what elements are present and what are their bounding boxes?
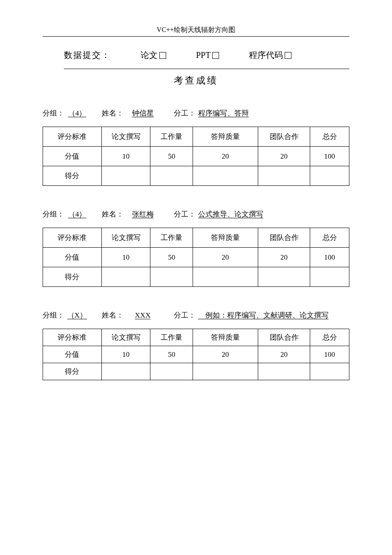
submit-item-ppt: PPT	[196, 50, 219, 60]
name-value: XXX	[124, 311, 162, 321]
max-team-cell: 20	[258, 346, 310, 363]
max-label-cell: 分值	[43, 346, 102, 363]
score-label-cell: 得分	[43, 166, 102, 186]
max-total-cell: 100	[310, 147, 349, 166]
th-paper: 论文撰写	[101, 228, 150, 248]
task-value: 例如：程序编写、文献调研、论文撰写	[196, 310, 349, 321]
table-header-row: 评分标准 论文撰写 工作量 答辩质量 团队合作 总分	[43, 228, 349, 248]
table-max-row: 分值 10 50 20 20 100	[43, 248, 349, 267]
name-label: 姓名：	[102, 310, 124, 320]
task-value: 程序编写、答辩	[196, 108, 298, 119]
header-divider	[43, 36, 349, 37]
max-workload-cell: 50	[150, 346, 193, 363]
score-table: 评分标准 论文撰写 工作量 答辩质量 团队合作 总分 分值 10 50 20 2…	[43, 127, 349, 186]
th-defense: 答辩质量	[193, 228, 258, 248]
max-label-cell: 分值	[43, 248, 102, 267]
th-total: 总分	[310, 329, 349, 346]
th-total: 总分	[310, 127, 349, 147]
score-table: 评分标准 论文撰写 工作量 答辩质量 团队合作 总分 分值 10 50 20 2…	[43, 329, 349, 380]
submit-item-code-text: 程序代码	[249, 49, 283, 61]
th-team: 团队合作	[258, 127, 310, 147]
th-paper: 论文撰写	[101, 329, 150, 346]
table-max-row: 分值 10 50 20 20 100	[43, 147, 349, 166]
score-paper-cell	[101, 166, 150, 186]
max-paper-cell: 10	[101, 248, 150, 267]
name-field: 姓名： 张红梅	[102, 209, 162, 220]
max-defense-cell: 20	[193, 147, 258, 166]
max-team-cell: 20	[258, 147, 310, 166]
name-value: 钟信星	[124, 108, 162, 119]
task-label: 分工：	[174, 310, 196, 320]
score-paper-cell	[101, 267, 150, 287]
group-label: 分组：	[43, 108, 64, 118]
checkbox-icon[interactable]	[212, 52, 219, 59]
score-label-cell: 得分	[43, 267, 102, 287]
group-value: （4）	[64, 108, 90, 119]
table-score-row: 得分	[43, 363, 349, 380]
group-field: 分组： （4）	[43, 108, 90, 119]
name-field: 姓名： 钟信星	[102, 108, 162, 119]
score-table: 评分标准 论文撰写 工作量 答辩质量 团队合作 总分 分值 10 50 20 2…	[43, 228, 349, 287]
submit-divider	[64, 69, 349, 69]
group-value: （X）	[64, 310, 90, 321]
score-workload-cell	[150, 166, 193, 186]
score-defense-cell	[193, 267, 258, 287]
task-field: 分工： 程序编写、答辩	[174, 108, 298, 119]
submit-item-paper-text: 论文	[141, 49, 158, 61]
th-defense: 答辩质量	[193, 127, 258, 147]
th-criteria: 评分标准	[43, 127, 102, 147]
name-label: 姓名：	[102, 209, 124, 219]
th-team: 团队合作	[258, 329, 310, 346]
table-score-row: 得分	[43, 166, 349, 186]
table-max-row: 分值 10 50 20 20 100	[43, 346, 349, 363]
th-defense: 答辩质量	[193, 329, 258, 346]
checkbox-icon[interactable]	[285, 52, 291, 59]
task-label: 分工：	[174, 209, 196, 219]
score-paper-cell	[101, 363, 150, 380]
task-field: 分工： 公式推导、论文撰写	[174, 209, 298, 220]
max-total-cell: 100	[310, 346, 349, 363]
task-label: 分工：	[174, 108, 196, 118]
table-header-row: 评分标准 论文撰写 工作量 答辩质量 团队合作 总分	[43, 329, 349, 346]
score-total-cell	[310, 267, 349, 287]
task-value: 公式推导、论文撰写	[196, 209, 298, 220]
student-info-row: 分组： （X） 姓名： XXX 分工： 例如：程序编写、文献调研、论文撰写	[43, 310, 349, 321]
max-total-cell: 100	[310, 248, 349, 267]
th-criteria: 评分标准	[43, 228, 102, 248]
exam-title: 考查成绩	[43, 74, 349, 87]
task-field: 分工： 例如：程序编写、文献调研、论文撰写	[174, 310, 349, 321]
th-criteria: 评分标准	[43, 329, 102, 346]
student-info-row: 分组： （4） 姓名： 钟信星 分工： 程序编写、答辩	[43, 108, 349, 119]
th-workload: 工作量	[150, 329, 193, 346]
group-field: 分组： （X）	[43, 310, 90, 321]
table-header-row: 评分标准 论文撰写 工作量 答辩质量 团队合作 总分	[43, 127, 349, 147]
group-value: （4）	[64, 209, 90, 220]
th-workload: 工作量	[150, 127, 193, 147]
checkbox-icon[interactable]	[159, 52, 166, 59]
max-label-cell: 分值	[43, 147, 102, 166]
submit-item-ppt-text: PPT	[196, 50, 210, 60]
max-defense-cell: 20	[193, 346, 258, 363]
name-label: 姓名：	[102, 108, 124, 118]
name-value: 张红梅	[124, 209, 162, 220]
group-label: 分组：	[43, 209, 64, 219]
student-info-row: 分组： （4） 姓名： 张红梅 分工： 公式推导、论文撰写	[43, 209, 349, 220]
th-workload: 工作量	[150, 228, 193, 248]
max-defense-cell: 20	[193, 248, 258, 267]
data-submit-row: 数据提交： 论文 PPT 程序代码	[43, 49, 349, 61]
th-team: 团队合作	[258, 228, 310, 248]
submit-item-paper: 论文	[141, 49, 166, 61]
score-team-cell	[258, 267, 310, 287]
max-workload-cell: 50	[150, 147, 193, 166]
th-paper: 论文撰写	[101, 127, 150, 147]
name-field: 姓名： XXX	[102, 310, 162, 321]
score-workload-cell	[150, 267, 193, 287]
group-field: 分组： （4）	[43, 209, 90, 220]
page-header-title: VC++绘制天线辐射方向图	[43, 26, 349, 35]
score-team-cell	[258, 166, 310, 186]
score-total-cell	[310, 363, 349, 380]
score-total-cell	[310, 166, 349, 186]
max-workload-cell: 50	[150, 248, 193, 267]
max-paper-cell: 10	[101, 147, 150, 166]
submit-label: 数据提交：	[64, 49, 111, 61]
